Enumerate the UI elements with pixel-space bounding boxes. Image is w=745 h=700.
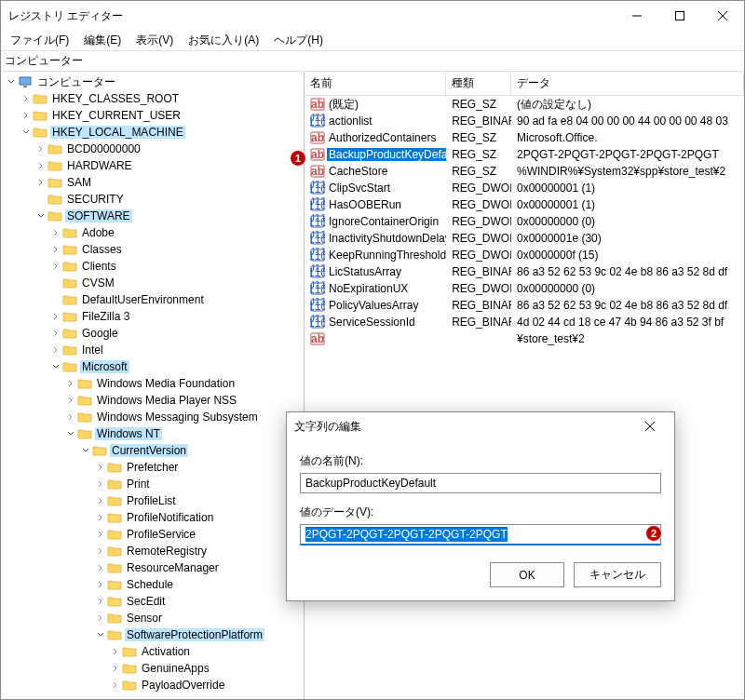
tree-item[interactable]: SOFTWARE xyxy=(1,208,304,224)
cancel-button[interactable]: キャンセル xyxy=(574,562,661,587)
tree-item[interactable]: CVSM xyxy=(1,275,304,291)
chevron-icon[interactable] xyxy=(79,444,92,457)
tree-item[interactable]: Prefetcher xyxy=(1,459,304,476)
tree-item[interactable]: コンピューター xyxy=(1,74,304,90)
tree-item[interactable]: ProfileList xyxy=(1,492,304,509)
tree-item[interactable]: Classes xyxy=(1,241,304,258)
tree-item[interactable]: FileZilla 3 xyxy=(1,308,304,325)
chevron-icon[interactable] xyxy=(94,528,107,541)
values-panel[interactable]: 名前 種類 データ ab(既定)REG_SZ(値の設定なし)011110acti… xyxy=(305,72,744,699)
chevron-icon[interactable] xyxy=(20,126,33,139)
menu-file[interactable]: ファイル(F) xyxy=(5,31,74,50)
chevron-icon[interactable] xyxy=(109,679,122,692)
chevron-icon[interactable] xyxy=(94,595,107,608)
menu-edit[interactable]: 編集(E) xyxy=(78,31,127,50)
tree-item[interactable]: GenuineApps xyxy=(1,660,304,677)
tree-item[interactable]: ProfileNotification xyxy=(1,509,304,526)
value-row[interactable]: 011110LicStatusArrayREG_BINARY86 a3 52 6… xyxy=(305,263,744,280)
tree-panel[interactable]: コンピューターHKEY_CLASSES_ROOTHKEY_CURRENT_USE… xyxy=(1,72,305,699)
value-row[interactable]: 011110NoExpirationUXREG_DWORD0x00000000 … xyxy=(305,280,744,297)
tree-item[interactable]: Windows NT xyxy=(1,425,304,442)
tree-item[interactable]: Windows Media Player NSS xyxy=(1,392,304,409)
tree-item[interactable]: Windows Media Foundation xyxy=(1,375,304,392)
menu-help[interactable]: ヘルプ(H) xyxy=(268,31,329,50)
value-row[interactable]: 011110ClipSvcStartREG_DWORD0x00000001 (1… xyxy=(305,180,744,196)
chevron-icon[interactable] xyxy=(49,260,62,273)
chevron-icon[interactable] xyxy=(94,511,107,524)
chevron-icon[interactable] xyxy=(94,612,107,625)
chevron-icon[interactable] xyxy=(49,310,62,323)
chevron-icon[interactable] xyxy=(94,478,107,491)
close-button[interactable] xyxy=(701,1,744,31)
value-row[interactable]: 011110actionlistREG_BINARY90 ad fa e8 04… xyxy=(305,113,744,129)
tree-item[interactable]: SoftwareProtectionPlatform xyxy=(1,626,304,643)
col-header-data[interactable]: データ xyxy=(511,72,744,95)
chevron-icon[interactable] xyxy=(94,494,107,507)
tree-item[interactable]: Adobe xyxy=(1,224,304,241)
value-row[interactable]: 011110PolicyValuesArrayREG_BINARY86 a3 5… xyxy=(305,297,744,314)
chevron-icon[interactable] xyxy=(109,662,122,675)
minimize-button[interactable] xyxy=(616,1,658,31)
value-row[interactable]: ab(既定)REG_SZ(値の設定なし) xyxy=(305,96,744,113)
value-row[interactable]: ab¥store_test¥2 xyxy=(305,330,744,347)
tree-item[interactable]: PayloadOverride xyxy=(1,677,304,693)
value-row[interactable]: 011110HasOOBERunREG_DWORD0x00000001 (1) xyxy=(305,196,744,213)
chevron-icon[interactable] xyxy=(64,377,77,390)
chevron-icon[interactable] xyxy=(34,142,47,155)
chevron-icon[interactable] xyxy=(94,461,107,474)
value-row[interactable]: 011110ServiceSessionIdREG_BINARY4d 02 44… xyxy=(305,314,744,330)
tree-item[interactable]: HKEY_LOCAL_MACHINE xyxy=(1,124,304,141)
chevron-icon[interactable] xyxy=(64,427,77,440)
chevron-icon[interactable] xyxy=(34,159,47,172)
tree-item[interactable]: Sensor xyxy=(1,610,304,626)
value-row[interactable]: 011110KeepRunningThresholdMinsREG_DWORD0… xyxy=(305,247,744,263)
menu-view[interactable]: 表示(V) xyxy=(130,31,179,50)
tree-item[interactable]: Microsoft xyxy=(1,358,304,375)
value-row[interactable]: abBackupProductKeyDefaultREG_SZ2PQGT-2PQ… xyxy=(305,146,744,163)
tree-item[interactable]: Intel xyxy=(1,342,304,358)
chevron-icon[interactable] xyxy=(20,92,33,105)
tree-item[interactable]: SecEdit xyxy=(1,593,304,610)
chevron-icon[interactable] xyxy=(5,75,18,88)
chevron-icon[interactable] xyxy=(49,243,62,256)
chevron-icon[interactable] xyxy=(94,628,107,641)
address-bar[interactable]: コンピューター xyxy=(1,51,744,72)
maximize-button[interactable] xyxy=(658,1,701,31)
tree-item[interactable]: RemoteRegistry xyxy=(1,543,304,559)
tree-item[interactable]: Windows Messaging Subsystem xyxy=(1,409,304,425)
value-row[interactable]: 011110InactivityShutdownDelayREG_DWORD0x… xyxy=(305,230,744,247)
tree-item[interactable]: HKEY_CLASSES_ROOT xyxy=(1,90,304,107)
tree-item[interactable]: HKEY_CURRENT_USER xyxy=(1,107,304,124)
tree-item[interactable]: Clients xyxy=(1,258,304,275)
tree-item[interactable]: CurrentVersion xyxy=(1,442,304,459)
ok-button[interactable]: OK xyxy=(490,562,564,587)
chevron-icon[interactable] xyxy=(34,209,47,222)
chevron-icon[interactable] xyxy=(64,394,77,407)
chevron-icon[interactable] xyxy=(34,176,47,189)
tree-item[interactable]: Google xyxy=(1,325,304,342)
tree-item[interactable]: BCD00000000 xyxy=(1,141,304,157)
tree-item[interactable]: ProfileService xyxy=(1,526,304,543)
chevron-icon[interactable] xyxy=(20,109,33,122)
chevron-icon[interactable] xyxy=(94,561,107,574)
value-row[interactable]: abCacheStoreREG_SZ%WINDIR%¥System32¥spp¥… xyxy=(305,163,744,180)
chevron-icon[interactable] xyxy=(49,327,62,340)
tree-item[interactable]: Print xyxy=(1,476,304,492)
tree-item[interactable]: Activation xyxy=(1,643,304,660)
chevron-icon[interactable] xyxy=(94,578,107,591)
tree-item[interactable]: SECURITY xyxy=(1,191,304,208)
tree-item[interactable]: SAM xyxy=(1,174,304,191)
tree-item[interactable]: HARDWARE xyxy=(1,157,304,174)
tree-item[interactable]: ResourceManager xyxy=(1,559,304,576)
chevron-icon[interactable] xyxy=(64,411,77,424)
chevron-icon[interactable] xyxy=(109,645,122,658)
value-row[interactable]: abAuthorizedContainersREG_SZMicrosoft.Of… xyxy=(305,129,744,146)
tree-item[interactable]: Schedule xyxy=(1,576,304,593)
chevron-icon[interactable] xyxy=(49,360,62,373)
tree-item[interactable]: DefaultUserEnvironment xyxy=(1,291,304,308)
value-row[interactable]: 011110IgnoreContainerOriginREG_DWORD0x00… xyxy=(305,213,744,230)
chevron-icon[interactable] xyxy=(49,343,62,357)
col-header-name[interactable]: 名前 xyxy=(305,72,446,95)
chevron-icon[interactable] xyxy=(49,226,62,239)
col-header-type[interactable]: 種類 xyxy=(446,72,511,95)
